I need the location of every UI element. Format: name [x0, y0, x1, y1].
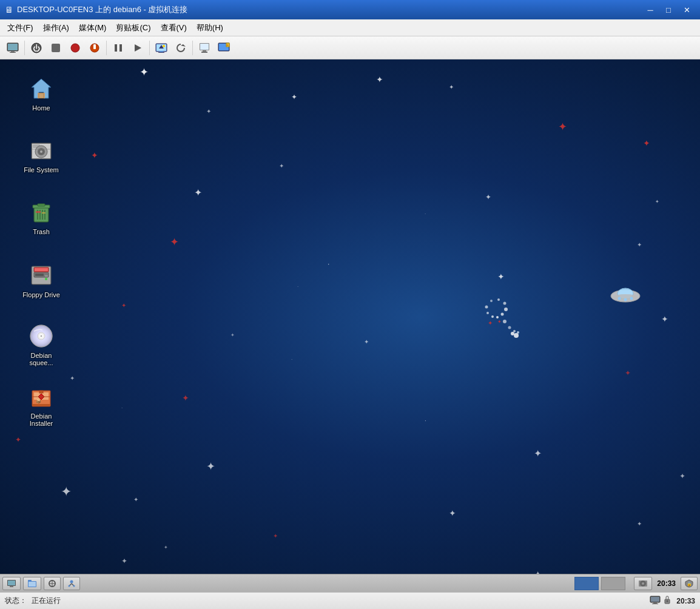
menu-file[interactable]: 文件(F)	[2, 21, 38, 35]
star-deco: ✦	[485, 193, 491, 201]
title-bar: 🖥 DESKTOP-UC0FEN3 上的 debian6 - 虚拟机连接 ─ □…	[0, 0, 700, 19]
menu-help[interactable]: 帮助(H)	[192, 21, 228, 35]
menu-view[interactable]: 查看(V)	[156, 21, 192, 35]
star-deco: ✦	[133, 496, 138, 503]
star-deco: ✦	[449, 84, 454, 90]
desktop-icon-floppy[interactable]: Floppy Drive	[17, 258, 66, 301]
window-title: DESKTOP-UC0FEN3 上的 debian6 - 虚拟机连接	[17, 4, 642, 15]
star-deco: ✦	[194, 187, 202, 198]
svg-rect-11	[119, 44, 122, 52]
toolbar-sep-3	[149, 41, 150, 55]
toolbar-shutdown-btn[interactable]	[86, 39, 104, 57]
svg-rect-17	[160, 51, 163, 52]
trash-icon	[27, 198, 56, 227]
toolbar-pause-btn[interactable]	[109, 39, 127, 57]
toolbar-reset-btn[interactable]	[66, 39, 84, 57]
svg-rect-95	[10, 586, 13, 587]
toolbar-settings-btn[interactable]: +	[215, 39, 233, 57]
app-vm-icon	[650, 596, 661, 606]
svg-point-49	[618, 297, 621, 300]
svg-text:🔒: 🔒	[687, 581, 692, 587]
star-deco: ✦	[206, 460, 215, 473]
menu-clipboard[interactable]: 剪贴板(C)	[111, 21, 155, 35]
star-red-deco: ✦	[643, 138, 650, 148]
svg-point-35	[486, 312, 489, 314]
svg-rect-10	[115, 44, 117, 52]
svg-rect-6	[52, 44, 60, 52]
desktop-icon-filesystem[interactable]: File System	[17, 133, 66, 176]
star-deco: ✦	[534, 569, 542, 574]
svg-rect-54	[39, 93, 44, 98]
debcd-icon	[27, 321, 56, 351]
svg-point-7	[71, 44, 79, 52]
svg-rect-79	[45, 275, 48, 277]
vm-task-storage-btn[interactable]	[634, 577, 652, 590]
toolbar-connect-btn[interactable]	[195, 39, 214, 57]
vm-task-tools-btn[interactable]	[44, 577, 61, 590]
star-deco: ✦	[279, 163, 284, 169]
debian-swirl-decoration: ✦ ✦	[461, 290, 534, 338]
svg-point-36	[491, 315, 494, 318]
toolbar-revert-btn[interactable]	[172, 39, 190, 57]
app-status-icons: 20:33	[650, 596, 695, 606]
close-button[interactable]: ✕	[678, 3, 695, 16]
restore-button[interactable]: □	[660, 3, 677, 16]
svg-rect-69	[38, 204, 45, 206]
toolbar-stop-btn[interactable]	[47, 39, 65, 57]
debinstall-icon: 📦	[27, 382, 56, 411]
svg-rect-90	[39, 391, 43, 393]
svg-point-37	[503, 320, 506, 323]
svg-point-29	[501, 313, 504, 316]
vm-task-filemgr-btn[interactable]	[23, 577, 41, 590]
star-red-deco: ✦	[273, 533, 278, 539]
star-red-deco: ✦	[558, 120, 567, 133]
star-deco: ·	[297, 284, 298, 289]
app-status-bar: 状态： 正在运行 20:33	[0, 592, 700, 609]
toolbar: ⏻ +	[0, 36, 700, 59]
menu-action[interactable]: 操作(A)	[38, 21, 74, 35]
svg-text:+: +	[226, 43, 229, 47]
desktop-icon-home[interactable]: Home	[17, 72, 66, 114]
star-deco: ✦	[376, 75, 383, 84]
svg-point-38	[508, 326, 511, 329]
svg-point-32	[497, 298, 500, 301]
vm-task-apps-btn[interactable]	[2, 577, 21, 590]
vm-display-indicator	[574, 577, 599, 590]
svg-rect-113	[653, 602, 657, 604]
toolbar-sep-4	[192, 41, 193, 55]
vm-task-security-btn[interactable]: 🔒	[681, 577, 698, 590]
svg-rect-71	[42, 212, 45, 214]
svg-rect-21	[200, 44, 209, 50]
desktop-icon-debcd[interactable]: Debian squee...	[17, 319, 66, 369]
star-deco: ✦	[206, 108, 211, 115]
star-red-deco: ✦	[170, 235, 179, 249]
vm-desktop[interactable]: ✦ ✦ ✦ ✦ ✦ ✦ ✦ ✦ ✦ ✦ ✦ ✦ · ✦ ✦ · ✦ · ✦ ✦ …	[0, 59, 700, 574]
debcd-icon-label: Debian squee...	[19, 352, 63, 366]
svg-text:⏻: ⏻	[33, 44, 40, 53]
desktop-icon-debinstall[interactable]: 📦 Debian Installer	[17, 380, 66, 429]
toolbar-power-btn[interactable]: ⏻	[27, 39, 45, 57]
svg-point-34	[485, 306, 488, 309]
ufo-decoration	[609, 284, 642, 343]
svg-point-28	[496, 316, 499, 318]
star-deco: ·	[121, 405, 123, 411]
minimize-button[interactable]: ─	[642, 3, 659, 16]
desktop-icon-trash[interactable]: Trash	[17, 195, 66, 238]
svg-rect-94	[8, 580, 15, 585]
star-deco: ✦	[534, 448, 542, 459]
toolbar-vm-icon[interactable]	[4, 39, 22, 57]
svg-point-44	[517, 331, 519, 334]
svg-point-16	[163, 45, 165, 47]
svg-point-31	[503, 302, 506, 305]
svg-point-33	[490, 300, 493, 302]
toolbar-snapshot-btn[interactable]	[152, 39, 170, 57]
filesystem-icon	[27, 136, 56, 165]
window-controls: ─ □ ✕	[642, 3, 695, 16]
vm-task-network-btn[interactable]	[63, 577, 80, 590]
star-deco: ✦	[679, 472, 685, 480]
star-deco: ✦	[637, 520, 642, 527]
svg-point-116	[667, 601, 668, 602]
svg-rect-1	[8, 44, 18, 50]
toolbar-play-btn[interactable]	[129, 39, 147, 57]
menu-media[interactable]: 媒体(M)	[74, 21, 112, 35]
